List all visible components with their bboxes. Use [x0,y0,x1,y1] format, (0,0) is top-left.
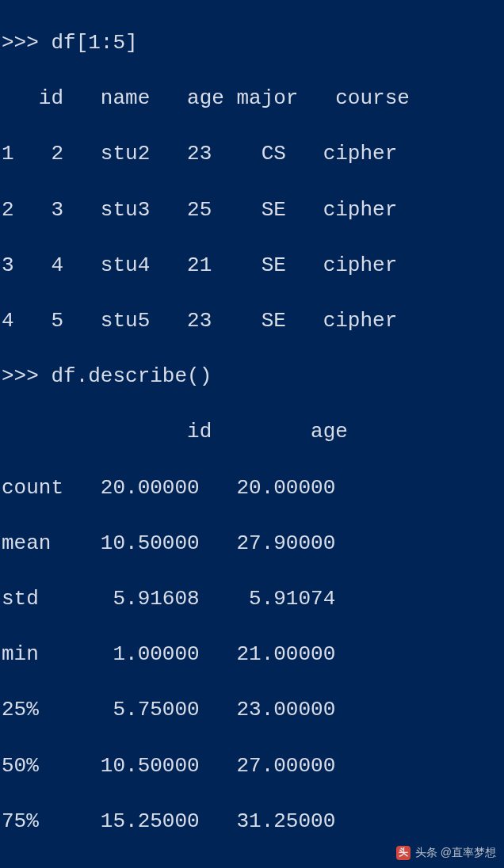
slice-row: 3 4 stu4 21 SE cipher [2,252,502,280]
watermark-logo-icon: 头 [396,846,410,860]
prompt-prefix: >>> [2,364,39,388]
describe-row: mean 10.50000 27.90000 [2,530,502,558]
describe-row: min 1.00000 21.00000 [2,641,502,668]
prompt-line-slice: >>> df[1:5] [2,29,502,57]
describe-row: max 20.00000 43.00000 [2,863,502,868]
prompt-line-describe: >>> df.describe() [2,363,502,390]
slice-row: 1 2 stu2 23 CS cipher [2,140,502,168]
slice-row: 2 3 stu3 25 SE cipher [2,196,502,224]
describe-row: 25% 5.75000 23.00000 [2,696,502,724]
prompt-prefix: >>> [2,31,39,55]
watermark: 头 头条 @直率梦想 [396,845,496,860]
watermark-label: 头条 @直率梦想 [415,845,496,860]
slice-row: 4 5 stu5 23 SE cipher [2,307,502,335]
slice-header: id name age major course [2,85,502,112]
describe-row: std 5.91608 5.91074 [2,585,502,613]
describe-row: 50% 10.50000 27.00000 [2,752,502,780]
terminal[interactable]: >>> df[1:5] id name age major course 1 2… [0,0,504,868]
describe-row: count 20.00000 20.00000 [2,474,502,502]
describe-row: 75% 15.25000 31.25000 [2,808,502,836]
describe-header: id age [2,418,502,446]
cmd-slice: df[1:5] [51,31,137,55]
cmd-describe: df.describe() [51,364,212,388]
